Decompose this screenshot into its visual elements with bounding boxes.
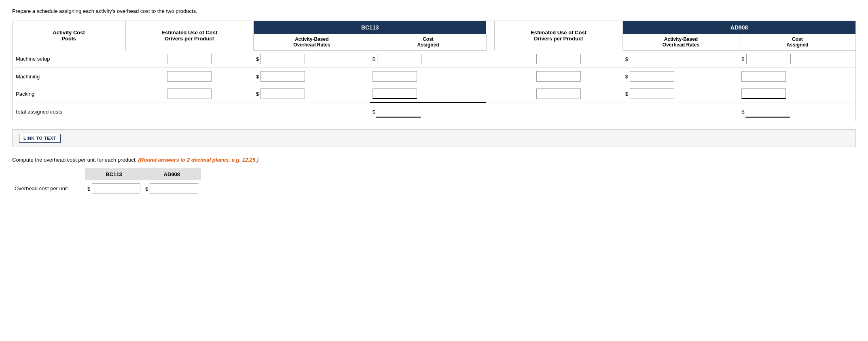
instruction2-text: Compute the overhead cost per unit for e… bbox=[12, 157, 137, 163]
est-use-ad908-machining-cell bbox=[494, 68, 622, 85]
abor-bc113-packing-cell: $ bbox=[254, 85, 370, 103]
total-row: Total assigned costs $ bbox=[13, 103, 855, 121]
cost-bc113-machining-input[interactable] bbox=[373, 71, 417, 82]
abor-bc113-packing-input[interactable] bbox=[260, 88, 305, 99]
bottom-bc113-header: BC113 bbox=[85, 169, 143, 180]
est-use-bc113-machining-input[interactable] bbox=[167, 71, 212, 82]
dollar-sign: $ bbox=[741, 56, 744, 62]
cost-ad908-machining-input[interactable] bbox=[741, 71, 786, 82]
cost-bc113-packing-cell bbox=[370, 85, 487, 103]
cost-ad908-machine-setup-input[interactable] bbox=[746, 54, 791, 64]
activity-label-machine-setup: Machine setup bbox=[13, 51, 125, 68]
instruction-1: Prepare a schedule assigning each activi… bbox=[12, 8, 856, 14]
dollar-sign: $ bbox=[87, 186, 90, 192]
est-use-bc113-packing-cell bbox=[125, 85, 254, 103]
dollar-sign: $ bbox=[625, 56, 628, 62]
round-note: (Round answers to 2 decimal places, e.g.… bbox=[138, 157, 258, 163]
abor-bc113-label: Activity-Based Overhead Rates bbox=[293, 36, 330, 48]
cost-bc113-machine-setup-cell: $ bbox=[370, 51, 487, 68]
total-cost-bc113-cell: $ bbox=[370, 103, 487, 121]
activity-label-packing: Packing bbox=[13, 85, 125, 103]
section2: Compute the overhead cost per unit for e… bbox=[12, 157, 856, 197]
col-abor-ad908-header: Activity-Based Overhead Rates bbox=[623, 34, 739, 51]
col-spacer2 bbox=[486, 34, 494, 51]
abor-ad908-machine-setup-cell: $ bbox=[623, 51, 739, 68]
abor-ad908-machining-cell: $ bbox=[623, 68, 739, 85]
est-use-bc113-machine-setup-cell bbox=[125, 51, 254, 68]
bc113-header: BC113 bbox=[254, 21, 486, 34]
col-est-use-ad908-empty: Estimated Use of Cost Drivers per Produc… bbox=[494, 21, 622, 51]
est-use-bc113-packing-input[interactable] bbox=[167, 88, 212, 99]
abor-bc113-machining-input[interactable] bbox=[260, 71, 305, 82]
total-cost-ad908-cell: $ bbox=[739, 103, 855, 121]
main-table: Activity Cost Pools Estimated Use of Cos… bbox=[13, 21, 855, 121]
overhead-cost-ad908-input[interactable] bbox=[150, 183, 198, 194]
link-to-text-button[interactable]: LINK TO TEXT bbox=[19, 134, 61, 143]
dollar-sign: $ bbox=[741, 109, 744, 115]
bottom-ad908-header: AD908 bbox=[143, 169, 201, 180]
abor-ad908-machine-setup-input[interactable] bbox=[630, 54, 674, 64]
total-cost-ad908-input[interactable] bbox=[745, 106, 790, 118]
spacer-cell bbox=[486, 51, 494, 68]
bottom-table: BC113 AD908 Overhead cost per unit $ $ bbox=[12, 168, 201, 197]
cost-ad908-packing-cell bbox=[739, 85, 855, 103]
ad908-label: AD908 bbox=[730, 24, 748, 31]
activity-cost-pools-label: Activity Cost Pools bbox=[53, 29, 85, 42]
abor-bc113-machine-setup-input[interactable] bbox=[260, 54, 305, 64]
overhead-cost-row: Overhead cost per unit $ $ bbox=[12, 180, 201, 198]
abor-ad908-machining-input[interactable] bbox=[630, 71, 674, 82]
total-cost-bc113-input[interactable] bbox=[376, 106, 421, 118]
main-table-wrapper: Activity Cost Pools Estimated Use of Cos… bbox=[12, 21, 856, 121]
dollar-sign: $ bbox=[625, 74, 628, 80]
link-section: LINK TO TEXT bbox=[12, 129, 856, 147]
overhead-cost-label: Overhead cost per unit bbox=[12, 180, 85, 198]
cost-ad908-machine-setup-cell: $ bbox=[739, 51, 855, 68]
est-use-ad908-machine-setup-cell bbox=[494, 51, 622, 68]
col-spacer bbox=[486, 21, 494, 34]
est-use-ad908-label: Estimated Use of Cost Drivers per Produc… bbox=[531, 29, 586, 42]
cost-bc113-machine-setup-input[interactable] bbox=[377, 54, 421, 64]
total-abor-ad908-empty bbox=[623, 103, 739, 121]
total-est-bc113-empty bbox=[125, 103, 254, 121]
activity-label-machining: Machining bbox=[13, 68, 125, 85]
est-use-bc113-machining-cell bbox=[125, 68, 254, 85]
col-abor-bc113-header: Activity-Based Overhead Rates bbox=[254, 34, 370, 51]
col-est-use-header-empty: Estimated Use of Cost Drivers per Produc… bbox=[125, 21, 254, 51]
header-top-row: Activity Cost Pools Estimated Use of Cos… bbox=[13, 21, 855, 34]
dollar-sign: $ bbox=[373, 109, 375, 115]
cost-ad908-machining-cell bbox=[739, 68, 855, 85]
abor-bc113-machining-cell: $ bbox=[254, 68, 370, 85]
abor-ad908-label: Activity-Based Overhead Rates bbox=[663, 36, 699, 48]
spacer-cell bbox=[486, 85, 494, 103]
est-use-bc113-label: Estimated Use of Cost Drivers per Produc… bbox=[161, 29, 217, 42]
est-use-bc113-machine-setup-input[interactable] bbox=[167, 54, 212, 64]
col-cost-ad908-header: Cost Assigned bbox=[739, 34, 855, 51]
est-use-ad908-packing-input[interactable] bbox=[536, 88, 581, 99]
dollar-sign: $ bbox=[256, 91, 259, 97]
col-activity-pool-header: Activity Cost Pools bbox=[13, 21, 125, 51]
bc113-label: BC113 bbox=[361, 24, 379, 31]
abor-ad908-packing-input[interactable] bbox=[630, 88, 674, 99]
abor-bc113-machine-setup-cell: $ bbox=[254, 51, 370, 68]
cost-ad908-packing-input[interactable] bbox=[741, 88, 786, 99]
instruction-2: Compute the overhead cost per unit for e… bbox=[12, 157, 856, 163]
overhead-cost-ad908-cell: $ bbox=[143, 180, 201, 198]
dollar-sign: $ bbox=[256, 56, 259, 62]
spacer-cell bbox=[486, 68, 494, 85]
total-abor-bc113-empty bbox=[254, 103, 370, 121]
dollar-sign: $ bbox=[145, 186, 148, 192]
total-label: Total assigned costs bbox=[13, 103, 125, 121]
spacer-cell bbox=[486, 103, 494, 121]
total-est-ad908-empty bbox=[494, 103, 622, 121]
cost-bc113-packing-input[interactable] bbox=[373, 88, 417, 99]
est-use-ad908-machine-setup-input[interactable] bbox=[536, 54, 581, 64]
dollar-sign: $ bbox=[256, 74, 259, 80]
est-use-ad908-machining-input[interactable] bbox=[536, 71, 581, 82]
overhead-cost-bc113-input[interactable] bbox=[92, 183, 140, 194]
cost-bc113-label: Cost Assigned bbox=[417, 36, 439, 48]
est-use-ad908-packing-cell bbox=[494, 85, 622, 103]
cost-bc113-machining-cell bbox=[370, 68, 487, 85]
dollar-sign: $ bbox=[625, 91, 628, 97]
table-row: Machining $ bbox=[13, 68, 855, 85]
bottom-header-row: BC113 AD908 bbox=[12, 169, 201, 180]
